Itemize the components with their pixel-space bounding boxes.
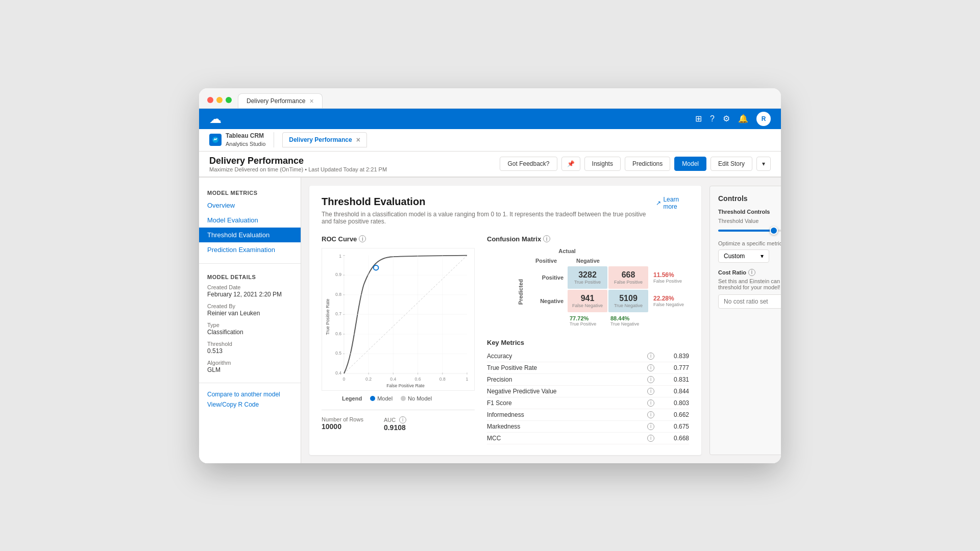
cost-ratio-input[interactable] (718, 294, 781, 309)
sidebar-item-threshold-evaluation[interactable]: Threshold Evaluation (199, 228, 301, 242)
key-metrics: Key Metrics Accuracy i 0.839 True Positi… (487, 339, 689, 444)
cm-fp-pct-cell: 11.56% False Positive (649, 266, 689, 289)
svg-text:1: 1 (339, 253, 341, 258)
cm-predicted-col: Predicted (495, 256, 526, 329)
threshold-label: Threshold (199, 339, 301, 347)
edit-story-button[interactable]: Edit Story (710, 157, 752, 171)
svg-text:1: 1 (466, 376, 469, 381)
metric-info-icon[interactable]: i (647, 423, 654, 430)
cm-actual-header-row: Actual (526, 248, 689, 254)
threshold-value: 0.513 (199, 347, 301, 358)
metric-row-6: Markedness i 0.675 (487, 421, 689, 433)
roc-section: ROC Curve i 1 0.9 0.8 (322, 235, 475, 432)
cm-fn-value: 941 (572, 294, 603, 303)
metric-row-5: Informedness i 0.662 (487, 409, 689, 421)
browser-tab-label: Delivery Performance (247, 97, 305, 105)
app-header: Tableau CRM Analytics Studio Delivery Pe… (199, 129, 781, 152)
optimize-metric-label: Optimize a specific metric (718, 240, 781, 246)
svg-text:0.4: 0.4 (335, 370, 341, 375)
got-feedback-button[interactable]: Got Feedback? (500, 157, 557, 171)
minimize-dot[interactable] (216, 97, 223, 103)
metric-info-icon[interactable]: i (647, 399, 654, 407)
sidebar-item-prediction-examination[interactable]: Prediction Examination (199, 242, 301, 257)
cm-tp-label: True Positive (572, 280, 603, 285)
model-details-title: Model Details (199, 270, 301, 282)
cost-ratio-input-row: Apply (718, 294, 781, 309)
grid-icon[interactable]: ⊞ (695, 114, 702, 123)
metric-info-icon[interactable]: i (647, 388, 654, 395)
predictions-button[interactable]: Predictions (625, 157, 670, 171)
cm-col-positive: Positive (526, 256, 567, 265)
created-by-label: Created By (199, 301, 301, 310)
close-dot[interactable] (207, 97, 213, 103)
dropdown-arrow-button[interactable]: ▾ (756, 157, 771, 171)
threshold-value-label: Threshold Value (718, 218, 781, 224)
sidebar-item-overview[interactable]: Overview (199, 198, 301, 213)
cm-fp-pct-label: False Positive (653, 279, 682, 284)
bottom-stats: Number of Rows 10000 AUC i 0.9108 (322, 410, 475, 432)
controls-panel: Controls Threshold Controls Threshold Va… (709, 186, 781, 455)
algorithm-value: GLM (199, 366, 301, 377)
browser-frame: Delivery Performance × ☁ ⊞ ? ⚙ 🔔 R Tab (199, 88, 781, 463)
optimize-metric-select[interactable]: Custom ▾ (718, 249, 769, 263)
cm-fp-value: 668 (612, 270, 644, 280)
select-chevron-icon: ▾ (761, 253, 764, 260)
threshold-slider[interactable] (718, 230, 781, 232)
bell-icon[interactable]: 🔔 (738, 114, 748, 123)
metric-info-icon[interactable]: i (647, 364, 654, 371)
browser-controls (207, 97, 232, 108)
cost-ratio-description: Set this and Einstein can help select th… (718, 278, 781, 290)
cm-pct-spacer (526, 313, 567, 329)
controls-panel-title: Controls (718, 194, 781, 203)
metric-info-icon[interactable]: i (647, 353, 654, 360)
metric-info-icon[interactable]: i (647, 435, 654, 442)
metric-name: True Positive Rate (487, 364, 643, 371)
cm-row-positive: Positive 3282 True Positive (526, 266, 689, 289)
cm-info-icon[interactable]: i (543, 235, 550, 242)
cm-tp-pct-label: True Positive (570, 321, 605, 327)
metric-value: 0.844 (658, 388, 689, 395)
cm-outer: Actual Predicted (487, 248, 689, 329)
model-button[interactable]: Model (674, 157, 706, 171)
model-dot (370, 396, 375, 401)
metric-row-2: Precision i 0.831 (487, 374, 689, 386)
browser-tab[interactable]: Delivery Performance × (238, 93, 323, 108)
view-r-code-link[interactable]: View/Copy R Code (199, 399, 301, 410)
metric-info-icon[interactable]: i (647, 411, 654, 418)
cost-ratio-info-icon[interactable]: i (748, 269, 755, 276)
insights-button[interactable]: Insights (584, 157, 621, 171)
svg-text:0.9: 0.9 (335, 272, 341, 277)
metric-name: MCC (487, 435, 643, 442)
metric-info-icon[interactable]: i (647, 376, 654, 383)
settings-icon[interactable]: ⚙ (723, 114, 730, 123)
auc-stat: AUC i 0.9108 (384, 416, 406, 432)
model-metrics-section-title: Model Metrics (199, 186, 301, 198)
auc-value: 0.9108 (384, 423, 406, 432)
content-title: Threshold Evaluation (322, 196, 656, 208)
roc-info-icon[interactable]: i (359, 235, 366, 242)
delivery-performance-tab[interactable]: Delivery Performance × (282, 132, 367, 147)
learn-more-link[interactable]: ↗ Learn more (656, 196, 689, 210)
user-avatar[interactable]: R (756, 112, 771, 126)
help-icon[interactable]: ? (710, 114, 715, 123)
maximize-dot[interactable] (226, 97, 232, 103)
compare-model-link[interactable]: Compare to another model (199, 389, 301, 399)
svg-text:0.2: 0.2 (365, 376, 372, 381)
sidebar-item-model-evaluation[interactable]: Model Evaluation (199, 213, 301, 228)
learn-more-icon: ↗ (656, 199, 661, 207)
type-value: Classification (199, 329, 301, 339)
sf-logo: ☁ (209, 112, 222, 126)
tab-label: Delivery Performance (289, 136, 352, 143)
svg-text:False Positive Rate: False Positive Rate (386, 383, 425, 388)
tab-x-icon[interactable]: × (356, 136, 360, 144)
cm-fn-pct-cell: 22.28% False Negative (649, 290, 689, 312)
tab-close-icon[interactable]: × (309, 97, 313, 105)
metric-row-3: Negative Predictive Value i 0.844 (487, 386, 689, 397)
auc-info-icon[interactable]: i (399, 416, 406, 423)
pin-button[interactable]: 📌 (561, 157, 580, 171)
page-title: Delivery Performance (209, 156, 387, 166)
slider-thumb[interactable] (770, 227, 778, 235)
threshold-controls-label: Threshold Controls (718, 209, 781, 215)
num-rows-stat: Number of Rows 10000 (322, 416, 363, 432)
sf-header-icons: ⊞ ? ⚙ 🔔 R (695, 112, 771, 126)
